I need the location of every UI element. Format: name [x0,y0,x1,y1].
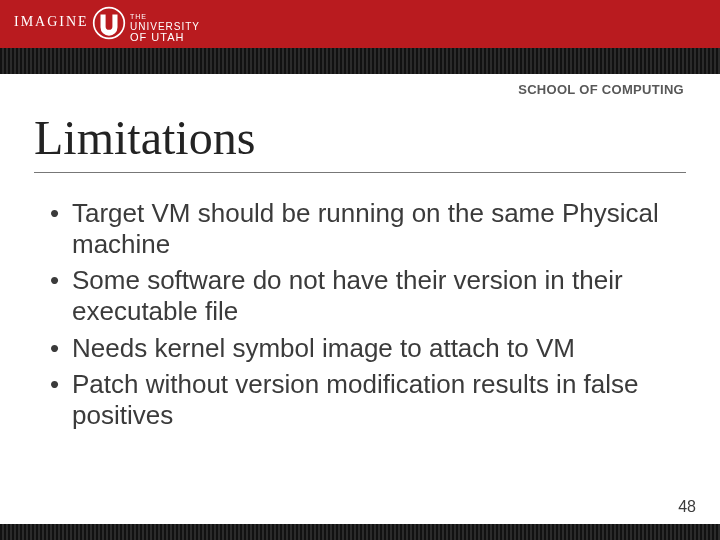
title-underline [34,172,686,173]
page-title: Limitations [34,110,255,165]
bullet-text: Some software do not have their version … [72,265,670,326]
u-logo-icon [92,6,126,40]
list-item: • Needs kernel symbol image to attach to… [50,333,670,364]
bullet-text: Target VM should be running on the same … [72,198,670,259]
bullet-list: • Target VM should be running on the sam… [50,198,670,437]
imagine-text: IMAGINE [14,14,89,30]
bullet-text: Patch without version modification resul… [72,369,670,430]
university-of-utah: OF UTAH [130,32,200,42]
slide: IMAGINE THE UNIVERSITY OF UTAH SCHOOL OF… [0,0,720,540]
bullet-icon: • [50,369,72,430]
school-label: SCHOOL OF COMPUTING [518,82,684,97]
list-item: • Patch without version modification res… [50,369,670,430]
university-wordmark: THE UNIVERSITY OF UTAH [130,12,200,42]
page-number: 48 [678,498,696,516]
bullet-icon: • [50,265,72,326]
bullet-text: Needs kernel symbol image to attach to V… [72,333,670,364]
bullet-icon: • [50,198,72,259]
bullet-icon: • [50,333,72,364]
header-stripe [0,48,720,74]
list-item: • Some software do not have their versio… [50,265,670,326]
footer-stripe [0,524,720,540]
top-banner: IMAGINE THE UNIVERSITY OF UTAH [0,0,720,48]
list-item: • Target VM should be running on the sam… [50,198,670,259]
